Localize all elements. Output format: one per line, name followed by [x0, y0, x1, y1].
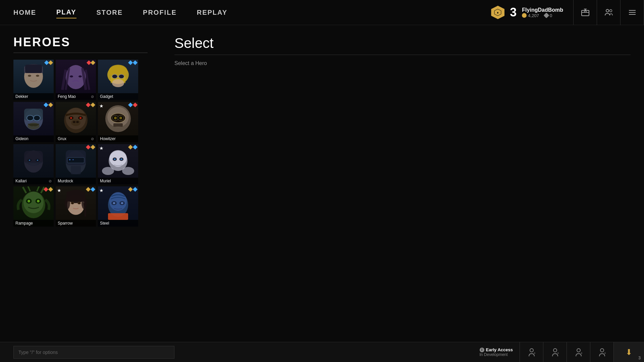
hero-card-kallari[interactable]: Kallari ⊘	[13, 144, 54, 184]
gideon-name-bar: Gideon	[13, 135, 54, 142]
muriel-star: ★	[99, 145, 104, 151]
steel-label: Steel	[100, 221, 109, 226]
grux-name-bar: Grux ⊘	[56, 135, 96, 142]
svg-point-50	[71, 119, 80, 126]
dekker-badges	[45, 61, 52, 64]
steel-star: ★	[99, 188, 104, 193]
svg-point-60	[119, 117, 122, 119]
svg-rect-17	[25, 65, 42, 73]
svg-rect-77	[68, 158, 84, 162]
svg-point-71	[29, 160, 31, 161]
sparrow-name-bar: Sparrow	[56, 220, 96, 227]
friends-button[interactable]	[597, 0, 621, 25]
kallari-name-bar: Kallari ⊘	[13, 178, 54, 184]
user-stats: 4,207 0	[522, 13, 563, 18]
svg-point-32	[112, 74, 117, 78]
early-access-label: Early Access	[486, 347, 513, 352]
svg-point-45	[66, 108, 86, 129]
hero-card-muriel[interactable]: ★ Muriel	[98, 144, 138, 184]
gideon-label: Gideon	[15, 136, 29, 141]
nav-play[interactable]: PLAY	[56, 7, 76, 18]
menu-button[interactable]	[621, 0, 644, 25]
early-access-sub: In Development	[480, 352, 508, 357]
gem-icon	[543, 13, 549, 18]
rampage-name-bar: Rampage	[13, 220, 54, 227]
party-slots: + + +	[520, 342, 644, 362]
party-slot-3-icon: +	[575, 348, 583, 357]
svg-point-114	[113, 202, 115, 204]
svg-point-89	[102, 167, 114, 175]
howitzer-label: Howitzer	[100, 136, 116, 141]
info-icon: i	[480, 348, 484, 352]
hero-card-grux[interactable]: Grux ⊘	[56, 102, 96, 142]
svg-text:+: +	[604, 351, 606, 355]
sparrow-star: ★	[57, 188, 61, 193]
party-slot-3[interactable]: +	[567, 342, 590, 362]
gadget-badges	[129, 61, 137, 64]
nav-profile[interactable]: PROFILE	[143, 7, 177, 18]
dekker-name-bar: Dekker	[13, 93, 54, 100]
svg-rect-78	[69, 159, 70, 160]
svg-point-120	[577, 349, 580, 352]
howitzer-badges	[129, 103, 137, 107]
steel-name-bar: Steel	[98, 220, 138, 227]
hero-card-sparrow[interactable]: ★ Sparrow	[56, 186, 96, 227]
svg-point-49	[79, 117, 82, 119]
svg-point-107	[78, 202, 80, 204]
hero-card-fengmao[interactable]: Feng Mao ⊘	[56, 60, 96, 100]
hero-card-dekker[interactable]: Dekker	[13, 60, 54, 100]
svg-point-19	[36, 75, 39, 77]
hero-card-gadget[interactable]: Gadget	[98, 60, 138, 100]
svg-point-88	[113, 160, 123, 167]
svg-point-40	[34, 115, 40, 121]
nav-home[interactable]: HOME	[13, 7, 36, 18]
svg-point-106	[72, 202, 73, 204]
user-level: 3	[510, 5, 517, 19]
svg-rect-80	[71, 166, 81, 174]
svg-point-122	[600, 349, 604, 352]
party-slot-4[interactable]: +	[590, 342, 614, 362]
hero-card-gideon[interactable]: Gideon	[13, 102, 54, 142]
chest-button[interactable]	[574, 0, 597, 25]
hero-card-howitzer[interactable]: ★ Howitzer	[98, 102, 138, 142]
select-divider	[174, 55, 631, 55]
rampage-badges	[44, 188, 52, 191]
user-gems: 0	[544, 13, 552, 18]
svg-text:+: +	[581, 351, 583, 355]
howitzer-name-bar: Howitzer	[98, 135, 138, 142]
party-slot-2-icon: +	[551, 348, 559, 357]
svg-point-116	[530, 349, 533, 352]
nav-icons	[574, 0, 644, 25]
svg-point-118	[553, 349, 557, 352]
party-slot-4-icon: +	[598, 348, 606, 357]
select-title: Select	[174, 35, 631, 51]
grux-lock: ⊘	[91, 137, 94, 141]
fengmao-lock: ⊘	[91, 95, 94, 99]
murdock-name-bar: Murdock	[56, 178, 96, 184]
hero-card-murdock[interactable]: Murdock	[56, 144, 96, 184]
svg-point-33	[119, 74, 124, 78]
sparrow-badges	[87, 188, 95, 191]
svg-point-86	[114, 159, 116, 160]
party-slot-1[interactable]: +	[520, 342, 543, 362]
murdock-label: Murdock	[58, 179, 73, 183]
nav-store[interactable]: STORE	[97, 7, 123, 18]
svg-point-102	[65, 197, 70, 209]
hero-card-steel[interactable]: ★ Steel	[98, 186, 138, 227]
user-name: FlyingDadBomb	[522, 7, 563, 13]
howitzer-star: ★	[99, 103, 104, 109]
sparrow-label: Sparrow	[58, 221, 73, 226]
svg-text:+: +	[557, 351, 559, 355]
svg-rect-111	[108, 213, 128, 220]
coin-value: 4,207	[528, 13, 539, 18]
hero-card-rampage[interactable]: Rampage	[13, 186, 54, 227]
kallari-label: Kallari	[15, 179, 26, 183]
party-slot-2[interactable]: +	[543, 342, 567, 362]
user-icon: ♦	[491, 6, 504, 19]
command-input[interactable]: Type "/" for options	[13, 346, 174, 359]
play-button[interactable]: ⬇ 3	[614, 342, 644, 362]
main-content: HEROES	[0, 25, 644, 342]
nav-replay[interactable]: REPLAY	[197, 7, 227, 18]
party-slot-1-icon: +	[528, 348, 536, 357]
muriel-label: Muriel	[100, 179, 111, 183]
